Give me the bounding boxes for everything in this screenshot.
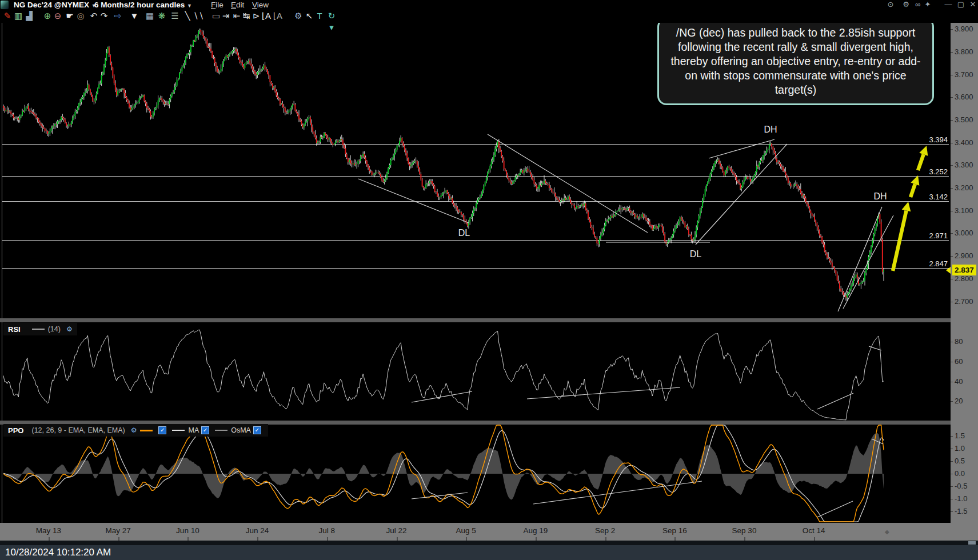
- rsi-param: (14): [48, 325, 61, 333]
- pencil-tool-icon[interactable]: ✎: [2, 10, 13, 22]
- gear-icon[interactable]: ⚙: [901, 0, 911, 9]
- label-a-icon[interactable]: ⌊A: [261, 10, 272, 22]
- forward-arrow-icon[interactable]: ⇨: [112, 10, 123, 22]
- symbol-selector[interactable]: NG Dec'24 @NYMEX ▼: [14, 1, 97, 9]
- ppo-legend-label-2: OsMA: [231, 426, 251, 434]
- wrench-icon[interactable]: ⚙: [293, 10, 304, 22]
- svg-text:3.142: 3.142: [929, 193, 948, 201]
- date-label: Sep 30: [732, 526, 757, 535]
- pane-left-border: [2, 23, 2, 523]
- time-axis[interactable]: ◆ May 13May 27Jun 10Jun 24Jul 8Jul 22Aug…: [0, 523, 978, 541]
- rsi-tick: 80: [955, 337, 963, 346]
- multi-line-tool-icon[interactable]: ∖∖: [193, 10, 204, 22]
- date-label: May 27: [106, 526, 131, 535]
- annotation-note[interactable]: /NG (dec) has pulled back to the 2.85ish…: [657, 18, 934, 105]
- status-timestamp: 10/28/2024 10:12:20 AM: [5, 547, 111, 558]
- price-tick: 2.800: [955, 274, 973, 283]
- ppo-title: PPO: [8, 426, 23, 435]
- ppo-tick: 0.5: [955, 457, 965, 465]
- horizontal-scrollbar[interactable]: [0, 541, 978, 545]
- ppo-tick: 1.5: [955, 431, 965, 440]
- rsi-title: RSI: [8, 325, 21, 334]
- redo-icon[interactable]: ↷: [98, 10, 110, 22]
- timeframe-label: 6 Months/2 hour candles: [94, 1, 185, 9]
- text-tool-icon[interactable]: T: [314, 10, 325, 22]
- ppo-legend-checkbox-1[interactable]: ✓: [201, 426, 209, 434]
- bar-chart-icon[interactable]: ▟: [23, 10, 35, 22]
- tick-mark: [951, 29, 953, 30]
- chevron-down-icon: ▼: [187, 3, 192, 9]
- tick-mark: [951, 143, 953, 143]
- price-axis[interactable]: 3.9003.8003.7003.6003.5003.4003.3003.200…: [951, 23, 978, 523]
- price-tick: 3.100: [955, 206, 973, 215]
- minimize-icon[interactable]: —: [943, 0, 953, 9]
- pointer-bar-icon[interactable]: ⊳: [250, 10, 262, 22]
- label-a-alt-icon[interactable]: ⌊A: [272, 10, 284, 22]
- extend-right-icon[interactable]: ⇥: [220, 10, 231, 22]
- price-tick: 2.700: [955, 297, 973, 306]
- crosshair-icon[interactable]: ◎: [75, 10, 86, 22]
- refresh-icon[interactable]: ↻ ▾: [326, 10, 337, 33]
- menu-edit[interactable]: Edit: [231, 1, 244, 9]
- svg-text:DH: DH: [873, 191, 887, 201]
- price-tick: 3.700: [955, 70, 973, 79]
- title-bar: NG Dec'24 @NYMEX ▼ 6 Months/2 hour candl…: [0, 0, 978, 10]
- date-label: May 13: [36, 526, 61, 535]
- svg-text:2.971: 2.971: [929, 231, 948, 240]
- search-bubble-icon[interactable]: ⊙: [885, 0, 896, 9]
- candlestick-chart-icon[interactable]: ▥: [13, 10, 24, 22]
- date-label: Sep 2: [595, 526, 615, 535]
- tick-mark: [951, 342, 953, 342]
- ppo-param: (12, 26, 9 - EMA, EMA, EMA): [31, 426, 125, 434]
- tick-mark: [951, 449, 953, 449]
- ppo-legend-label-1: MA: [188, 426, 199, 434]
- tick-mark: [951, 279, 953, 279]
- wrench-icon[interactable]: ⚙: [66, 325, 73, 333]
- price-tick: 3.300: [955, 161, 973, 169]
- current-price-pointer: [946, 267, 951, 274]
- price-tick: 3.800: [955, 47, 973, 56]
- ppo-legend-checkbox-0[interactable]: ✓: [158, 426, 166, 434]
- tick-mark: [951, 499, 953, 499]
- maximize-icon[interactable]: ▢: [956, 0, 966, 9]
- zoom-out-icon[interactable]: ⊖: [52, 10, 63, 22]
- annotation-note-text: /NG (dec) has pulled back to the 2.85ish…: [670, 26, 920, 96]
- ppo-legend-swatch-1: [172, 430, 185, 431]
- date-label: Jul 22: [386, 526, 406, 535]
- price-levels-icon[interactable]: ☰: [169, 10, 181, 22]
- timeframe-selector[interactable]: 6 Months/2 hour candles ▼: [94, 1, 192, 9]
- pan-hand-icon[interactable]: ☛: [64, 10, 75, 22]
- link-icon[interactable]: ∞: [913, 0, 923, 9]
- rsi-line-swatch: [32, 329, 45, 330]
- grow-plant-icon[interactable]: ❋: [156, 10, 167, 22]
- rsi-tick: 40: [955, 377, 963, 386]
- tick-mark: [951, 97, 953, 98]
- undo-icon[interactable]: ↶: [88, 10, 99, 22]
- pane-divider-rsi[interactable]: [0, 318, 951, 322]
- trendline-tool-icon[interactable]: ╲: [182, 10, 193, 22]
- menu-view[interactable]: View: [252, 1, 269, 9]
- chart-template-icon[interactable]: ▦: [144, 10, 155, 22]
- ppo-tick: 1.0: [955, 444, 965, 453]
- tick-mark: [951, 233, 953, 234]
- cursor-line-icon[interactable]: ↖: [304, 10, 315, 22]
- ppo-header-chip[interactable]: PPO (12, 26, 9 - EMA, EMA, EMA) ⚙ ✓MA✓Os…: [3, 424, 268, 437]
- tick-mark: [951, 165, 953, 166]
- rsi-header-chip[interactable]: RSI (14) ⚙: [3, 323, 77, 335]
- date-label: Jul 8: [319, 526, 336, 535]
- close-icon[interactable]: ✕: [968, 0, 978, 9]
- zoom-in-icon[interactable]: ⊕: [42, 10, 53, 22]
- ppo-legend-swatch-2: [215, 430, 227, 431]
- wrench-icon[interactable]: ⚙: [131, 426, 137, 434]
- tick-mark: [951, 436, 953, 437]
- menu-file[interactable]: File: [211, 1, 223, 9]
- svg-text:DL: DL: [458, 228, 470, 238]
- tick-mark: [951, 75, 953, 75]
- ppo-tick: -1.5: [955, 507, 967, 515]
- triangle-marker-icon[interactable]: ▼: [129, 10, 140, 22]
- tick-mark: [951, 382, 953, 382]
- ppo-legend-checkbox-2[interactable]: ✓: [253, 426, 261, 434]
- date-label: Aug 5: [456, 526, 476, 535]
- scrollbar-thumb[interactable]: [968, 541, 976, 545]
- rsi-tick: 20: [955, 397, 963, 405]
